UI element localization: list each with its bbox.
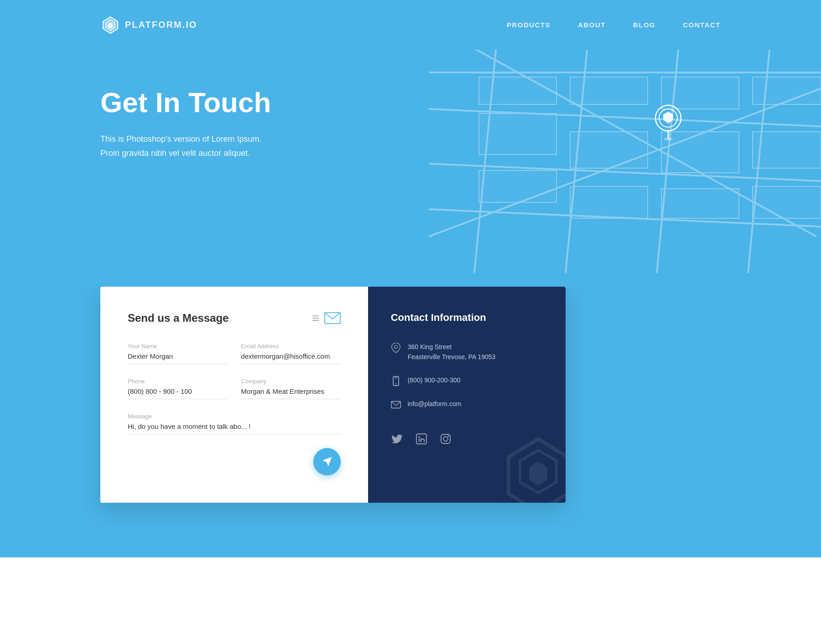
name-field[interactable]: Your Name Dexter Morgan xyxy=(128,343,227,364)
svg-rect-19 xyxy=(661,189,739,218)
name-value: Dexter Morgan xyxy=(128,352,227,360)
form-footer xyxy=(128,448,341,475)
instagram-icon[interactable] xyxy=(439,433,452,445)
company-label: Company xyxy=(241,378,340,385)
company-value: Morgan & Meat Enterprises xyxy=(241,387,340,395)
phone-icon xyxy=(391,376,401,386)
svg-rect-18 xyxy=(570,186,648,218)
hero-description: This is Photoshop's version of Lorem Ips… xyxy=(100,132,328,160)
address-item: 360 King Street Feasterville Trevose, PA… xyxy=(391,342,543,362)
name-email-row: Your Name Dexter Morgan Email Address de… xyxy=(128,343,341,364)
svg-rect-22 xyxy=(753,186,821,218)
info-watermark xyxy=(497,434,566,503)
svg-rect-17 xyxy=(479,170,556,202)
info-panel: Contact Information 360 King Street Feas… xyxy=(368,287,566,503)
send-button[interactable] xyxy=(313,448,341,475)
mail-icon-wrapper xyxy=(312,312,341,324)
send-icon xyxy=(322,456,333,467)
logo[interactable]: PLATFORM.IO xyxy=(100,15,197,35)
svg-marker-49 xyxy=(529,462,547,485)
location-icon xyxy=(391,343,401,353)
mail-icon xyxy=(324,312,341,324)
nav-blog[interactable]: BLOG xyxy=(633,21,655,29)
svg-rect-12 xyxy=(479,113,556,155)
hero-section: Get In Touch This is Photoshop's version… xyxy=(0,50,821,287)
svg-marker-35 xyxy=(322,457,332,466)
twitter-icon[interactable] xyxy=(391,433,404,445)
svg-point-45 xyxy=(443,437,448,441)
logo-icon xyxy=(100,15,120,35)
svg-point-42 xyxy=(418,436,420,438)
header: PLATFORM.IO PRODUCTS ABOUT BLOG CONTACT xyxy=(0,0,821,50)
phone-field[interactable]: Phone (800) 800 - 900 - 100 xyxy=(128,378,227,399)
lines-icon xyxy=(312,314,322,322)
company-field[interactable]: Company Morgan & Meat Enterprises xyxy=(241,378,340,399)
email-item: info@platform.com xyxy=(391,399,543,410)
map-background xyxy=(429,50,821,273)
email-value: dextermorgan@hisoffice.com xyxy=(241,352,340,360)
svg-point-36 xyxy=(394,345,397,349)
form-header: Send us a Message xyxy=(128,312,341,325)
contact-card: Send us a Message xyxy=(100,287,566,503)
svg-point-46 xyxy=(447,435,449,437)
svg-point-29 xyxy=(664,138,673,140)
form-panel: Send us a Message xyxy=(100,287,368,503)
logo-text: PLATFORM.IO xyxy=(125,20,197,30)
nav-contact[interactable]: CONTACT xyxy=(683,21,721,29)
phone-text: (800) 900-200-300 xyxy=(408,375,461,385)
address-text: 360 King Street Feasterville Trevose, PA… xyxy=(408,342,496,362)
nav-about[interactable]: ABOUT xyxy=(578,21,606,29)
email-icon xyxy=(391,400,401,410)
linkedin-icon[interactable] xyxy=(415,433,428,445)
info-title: Contact Information xyxy=(391,312,543,324)
email-field[interactable]: Email Address dextermorgan@hisoffice.com xyxy=(241,343,340,364)
contact-card-section: Send us a Message xyxy=(0,287,821,557)
svg-rect-20 xyxy=(753,77,821,104)
spacer xyxy=(0,557,821,603)
main-nav: PRODUCTS ABOUT BLOG CONTACT xyxy=(507,21,721,29)
message-label: Message xyxy=(128,413,341,420)
phone-value: (800) 800 - 900 - 100 xyxy=(128,387,227,395)
phone-item: (800) 900-200-300 xyxy=(391,375,543,386)
phone-label: Phone xyxy=(128,378,227,385)
svg-rect-21 xyxy=(753,132,821,168)
form-title: Send us a Message xyxy=(128,312,229,325)
email-text: info@platform.com xyxy=(408,399,462,409)
message-field[interactable]: Message Hi, do you have a moment to talk… xyxy=(128,413,341,434)
email-label: Email Address xyxy=(241,343,340,350)
hero-title: Get In Touch xyxy=(100,86,721,118)
message-value: Hi, do you have a moment to talk abo... … xyxy=(128,422,341,430)
name-label: Your Name xyxy=(128,343,227,350)
nav-products[interactable]: PRODUCTS xyxy=(507,21,551,29)
phone-company-row: Phone (800) 800 - 900 - 100 Company Morg… xyxy=(128,378,341,399)
svg-point-38 xyxy=(395,383,396,384)
footer: PLATFORM.IO The day is coming where your… xyxy=(0,603,821,644)
